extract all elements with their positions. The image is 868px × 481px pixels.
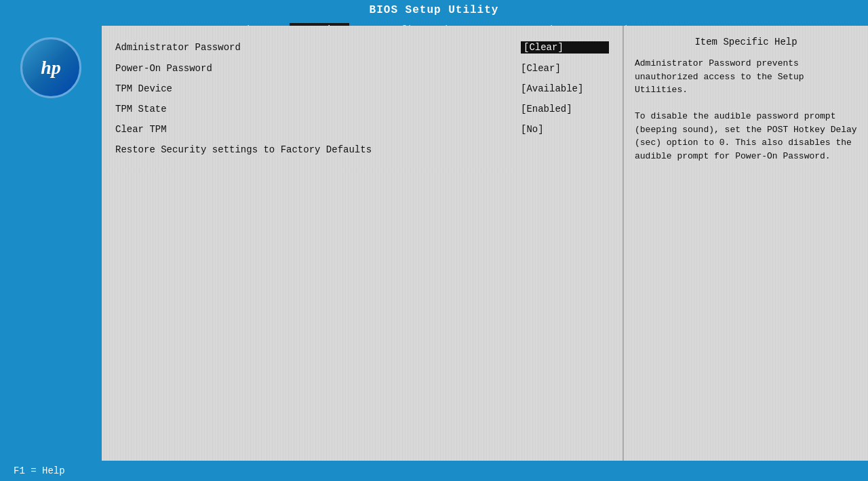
power-on-password-label: Power-On Password (115, 63, 521, 74)
help-title: Item Specific Help (635, 37, 857, 47)
row-power-on-password[interactable]: Power-On Password [Clear] (115, 58, 609, 79)
help-panel: Item Specific Help Administrator Passwor… (624, 26, 868, 461)
row-tpm-device[interactable]: TPM Device [Available] (115, 79, 609, 99)
tpm-device-label: TPM Device (115, 83, 521, 94)
row-clear-tpm[interactable]: Clear TPM [No] (115, 119, 609, 140)
row-restore-security[interactable]: Restore Security settings to Factory Def… (115, 140, 609, 160)
tpm-state-label: TPM State (115, 104, 521, 114)
f1-help-label: F1 = Help (14, 465, 65, 476)
bottom-bar: F1 = Help (0, 461, 868, 481)
tpm-device-value: [Available] (521, 83, 609, 94)
admin-password-label: Administrator Password (115, 42, 521, 53)
help-text: Administrator Password prevents unauthor… (635, 57, 857, 163)
clear-tpm-value: [No] (521, 124, 609, 135)
hp-logo-circle: hp (20, 37, 81, 98)
main-content: Administrator Password [Clear] Power-On … (102, 26, 868, 461)
settings-panel: Administrator Password [Clear] Power-On … (102, 26, 624, 461)
clear-tpm-label: Clear TPM (115, 124, 521, 135)
admin-password-value: [Clear] (521, 41, 609, 54)
power-on-password-value: [Clear] (521, 63, 609, 74)
bios-title: BIOS Setup Utility (370, 4, 499, 16)
hp-logo: hp (14, 27, 88, 108)
row-tpm-state[interactable]: TPM State [Enabled] (115, 99, 609, 119)
hp-logo-text: hp (41, 57, 61, 79)
title-bar: BIOS Setup Utility (0, 0, 868, 20)
restore-security-label: Restore Security settings to Factory Def… (115, 144, 609, 155)
tpm-state-value: [Enabled] (521, 104, 609, 114)
row-admin-password[interactable]: Administrator Password [Clear] (115, 37, 609, 58)
